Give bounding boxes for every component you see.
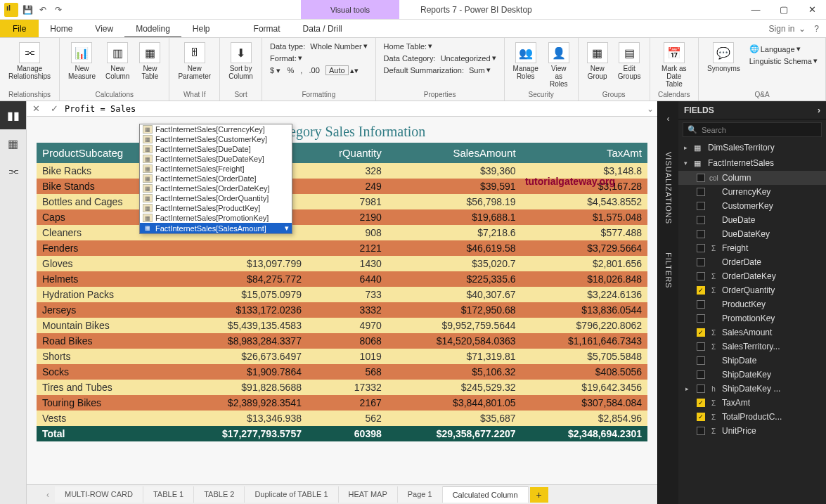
page-tab[interactable]: HEAT MAP xyxy=(339,486,398,503)
autocomplete-item[interactable]: ▦FactInternetSales[ProductKey] xyxy=(140,203,292,213)
report-canvas[interactable]: b-Category Sales Information ProductSubc… xyxy=(27,117,657,484)
format-dropdown[interactable]: Format: ▾ xyxy=(268,53,370,63)
fields-search-input[interactable]: 🔍 Search xyxy=(683,122,822,137)
page-tab[interactable]: TABLE 2 xyxy=(194,486,245,503)
autocomplete-item[interactable]: ▦FactInternetSales[PromotionKey] xyxy=(140,213,292,223)
autocomplete-item[interactable]: ▦FactInternetSales[DueDate] xyxy=(140,144,292,154)
collapse-pane-icon[interactable]: › xyxy=(818,105,820,115)
autocomplete-item[interactable]: ▦FactInternetSales[SalesAmount]▾ xyxy=(140,223,292,233)
table-row[interactable]: Bottles and Cages7981$56,798.19$4,543.85… xyxy=(37,194,647,209)
page-tab[interactable]: TABLE 1 xyxy=(143,486,194,503)
mark-as-date-table-button[interactable]: 📅Mark as Date Table xyxy=(656,41,693,89)
add-page-button[interactable]: + xyxy=(530,487,548,503)
maximize-button[interactable]: ▢ xyxy=(770,0,798,19)
field-orderdatekey[interactable]: ✓ΣOrderDateKey xyxy=(678,269,826,283)
table-row[interactable]: Shorts$26,673.64971019$71,319.81$5,705.5… xyxy=(37,349,647,364)
field-unitprice[interactable]: ✓ΣUnitPrice xyxy=(678,424,826,438)
formula-autocomplete[interactable]: ▦FactInternetSales[CurrencyKey]▦FactInte… xyxy=(139,124,292,234)
new-measure-button[interactable]: 📊New Measure xyxy=(65,41,98,82)
table-row[interactable]: Road Bikes$8,983,284.33778068$14,520,584… xyxy=(37,333,647,349)
autocomplete-item[interactable]: ▦FactInternetSales[CurrencyKey] xyxy=(140,124,292,134)
tab-data-drill[interactable]: Data / Drill xyxy=(292,20,354,37)
tab-format[interactable]: Format xyxy=(243,20,292,37)
expand-pane-icon[interactable]: ‹ xyxy=(667,114,670,124)
model-view-button[interactable]: ⫘ xyxy=(0,157,26,186)
save-icon[interactable]: 💾 xyxy=(21,4,34,16)
filters-pane-tab[interactable]: FILTERS xyxy=(664,252,673,288)
report-view-button[interactable]: ▮▮ xyxy=(0,101,26,129)
table-row[interactable]: Hydration Packs$15,075.0979733$40,307.67… xyxy=(37,287,647,302)
field-customerkey[interactable]: ✓CustomerKey xyxy=(678,199,826,213)
cancel-formula-icon[interactable]: ✕ xyxy=(27,103,45,114)
minimize-button[interactable]: — xyxy=(742,0,770,19)
data-category-dropdown[interactable]: Data Category: Uncategorized ▾ xyxy=(382,53,498,63)
table-row[interactable]: Tires and Tubes$91,828.568817332$245,529… xyxy=(37,380,647,395)
field-productkey[interactable]: ✓ProductKey xyxy=(678,297,826,311)
table-row[interactable]: Socks$1,909.7864568$5,106.32$408.5056 xyxy=(37,364,647,380)
visualizations-pane-tab[interactable]: VISUALIZATIONS xyxy=(664,152,673,224)
field-taxamt[interactable]: ✓ΣTaxAmt xyxy=(678,396,826,410)
table-row[interactable]: Mountain Bikes$5,439,135.45834970$9,952,… xyxy=(37,318,647,333)
field-shipdatekey[interactable]: ✓ShipDateKey xyxy=(678,368,826,382)
view-as-roles-button[interactable]: 👤View as Roles xyxy=(546,41,572,89)
new-group-button[interactable]: ▦New Group xyxy=(584,41,611,82)
table-row[interactable]: Cleaners908$7,218.6$577.488 xyxy=(37,225,647,240)
field-salesamount[interactable]: ✓ΣSalesAmount xyxy=(678,325,826,340)
linguistic-schema-dropdown[interactable]: Linguistic Schema ▾ xyxy=(747,56,820,66)
field-shipdatekey-[interactable]: ▸✓hShipDateKey ... xyxy=(678,382,826,396)
page-tab[interactable]: Duplicate of TABLE 1 xyxy=(245,486,338,503)
page-tab[interactable]: MULTI-ROW CARD xyxy=(55,486,143,503)
tab-help[interactable]: Help xyxy=(181,20,221,37)
redo-icon[interactable]: ↷ xyxy=(52,4,65,16)
new-column-button[interactable]: ▥New Column xyxy=(103,41,132,82)
autocomplete-item[interactable]: ▦FactInternetSales[CustomerKey] xyxy=(140,134,292,144)
autocomplete-item[interactable]: ▦FactInternetSales[OrderDate] xyxy=(140,174,292,183)
field-orderdate[interactable]: ✓OrderDate xyxy=(678,255,826,269)
column-header[interactable]: TaxAmt xyxy=(522,143,647,163)
sales-table[interactable]: ProductSubcategrQuantitySalesAmountTaxAm… xyxy=(37,143,647,441)
table-row[interactable]: Jerseys$133,172.02363332$172,950.68$13,8… xyxy=(37,302,647,318)
field-freight[interactable]: ✓ΣFreight xyxy=(678,241,826,255)
field-shipdate[interactable]: ✓ShipDate xyxy=(678,354,826,368)
manage-relationships-button[interactable]: ⫘Manage Relationships xyxy=(6,41,53,82)
field-currencykey[interactable]: ✓CurrencyKey xyxy=(678,185,826,199)
autocomplete-item[interactable]: ▦FactInternetSales[OrderQuantity] xyxy=(140,193,292,203)
column-header[interactable]: SalesAmount xyxy=(387,143,522,163)
undo-icon[interactable]: ↶ xyxy=(37,4,49,16)
file-tab[interactable]: File xyxy=(0,20,39,37)
sort-by-column-button[interactable]: ⬇Sort by Column xyxy=(226,41,256,82)
fields-table-dimsalesterritory[interactable]: ▸▦DimSalesTerritory xyxy=(678,140,826,155)
synonyms-button[interactable]: 💬Synonyms xyxy=(704,41,743,74)
close-button[interactable]: ✕ xyxy=(798,0,826,19)
table-row[interactable]: Fenders2121$46,619.58$3,729.5664 xyxy=(37,240,647,256)
sign-in-link[interactable]: Sign in ⌄ ? xyxy=(762,20,826,37)
expand-formula-icon[interactable]: ⌄ xyxy=(643,104,657,114)
table-row[interactable]: Caps2190$19,688.1$1,575.048 xyxy=(37,209,647,225)
field-salesterritory-[interactable]: ✓ΣSalesTerritory... xyxy=(678,340,826,354)
tab-nav-prev-icon[interactable]: ‹ xyxy=(41,490,55,500)
autocomplete-item[interactable]: ▦FactInternetSales[DueDateKey] xyxy=(140,154,292,164)
autocomplete-item[interactable]: ▦FactInternetSales[OrderDateKey] xyxy=(140,183,292,193)
tab-modeling[interactable]: Modeling xyxy=(124,20,181,37)
table-row[interactable]: Helmets$84,275.7726440$225,335.6$18,026.… xyxy=(37,271,647,287)
new-table-button[interactable]: ▦New Table xyxy=(136,41,163,82)
field-totalproductc-[interactable]: ✓ΣTotalProductC... xyxy=(678,410,826,424)
help-icon[interactable]: ? xyxy=(814,24,819,34)
field-orderquantity[interactable]: ✓ΣOrderQuantity xyxy=(678,283,826,297)
field-duedate[interactable]: ✓DueDate xyxy=(678,213,826,227)
table-row[interactable]: Touring Bikes$2,389,928.35412167$3,844,8… xyxy=(37,395,647,411)
number-format-buttons[interactable]: $ ▾ % , .00 Auto ▴▾ xyxy=(268,65,370,76)
accept-formula-icon[interactable]: ✓ xyxy=(45,103,63,114)
home-table-dropdown[interactable]: Home Table: ▾ xyxy=(382,41,498,51)
new-parameter-button[interactable]: 🎚New Parameter xyxy=(175,41,214,82)
column-header[interactable]: rQuantity xyxy=(307,143,387,163)
fields-table-factinternetsales[interactable]: ▾▦FactInternetSales xyxy=(678,155,826,171)
formula-input[interactable] xyxy=(63,103,643,115)
data-view-button[interactable]: ▦ xyxy=(0,129,26,157)
language-dropdown[interactable]: 🌐 Language ▾ xyxy=(747,44,820,54)
autocomplete-item[interactable]: ▦FactInternetSales[Freight] xyxy=(140,164,292,174)
default-summarization-dropdown[interactable]: Default Summarization: Sum ▾ xyxy=(382,65,498,75)
table-row[interactable]: Vests$13,346.938562$35,687$2,854.96 xyxy=(37,411,647,426)
field-duedatekey[interactable]: ✓DueDateKey xyxy=(678,227,826,241)
tab-home[interactable]: Home xyxy=(39,20,84,37)
